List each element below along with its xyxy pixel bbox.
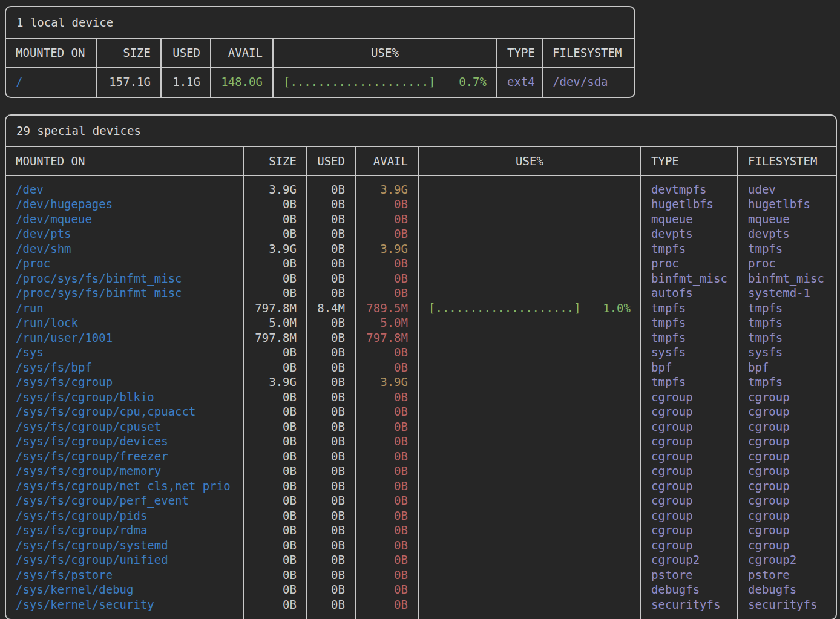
size-cell: 0B — [243, 286, 306, 301]
type-cell: tmpfs — [640, 375, 737, 390]
header-used: USED — [306, 147, 355, 175]
mounted-on-cell: /dev/shm — [6, 241, 243, 257]
device-row: /proc0B0B0Bprocproc — [6, 256, 836, 271]
mounted-on-cell: /sys/fs/cgroup/memory — [6, 463, 243, 479]
header-used: USED — [160, 39, 210, 67]
type-cell: debugfs — [640, 582, 737, 597]
mounted-on-cell: /dev/pts — [6, 226, 243, 241]
special-devices-header-row: MOUNTED ON SIZE USED AVAIL USE% TYPE FIL… — [6, 147, 836, 176]
use-percent-cell — [418, 197, 640, 212]
mounted-on-cell: /sys/fs/cgroup/net_cls,net_prio — [6, 479, 243, 494]
used-cell: 1.1G — [160, 68, 210, 97]
use-percent-cell — [418, 582, 640, 597]
filesystem-cell: binfmt_misc — [737, 271, 833, 286]
mounted-on-cell: / — [6, 68, 96, 97]
filesystem-cell: cgroup — [737, 434, 833, 449]
mounted-on-cell: /run/lock — [6, 315, 243, 330]
type-cell: cgroup — [640, 463, 737, 479]
size-cell: 797.8M — [243, 330, 306, 346]
type-cell: sysfs — [640, 345, 737, 360]
avail-cell: 0B — [355, 523, 418, 538]
avail-cell: 0B — [355, 197, 418, 212]
mounted-on-cell: /sys/fs/cgroup/cpuset — [6, 419, 243, 434]
use-percent-cell — [418, 597, 640, 619]
type-cell: cgroup2 — [640, 552, 737, 568]
mounted-on-cell: /sys/fs/cgroup/blkio — [6, 390, 243, 405]
size-cell: 0B — [243, 582, 306, 597]
header-use-pct: USE% — [418, 147, 640, 175]
use-percent-cell: [....................]1.0% — [418, 301, 640, 316]
used-cell: 0B — [306, 271, 355, 286]
avail-cell: 5.0M — [355, 315, 418, 330]
type-cell: cgroup — [640, 449, 737, 464]
device-row: /sys/fs/cgroup/memory0B0B0Bcgroupcgroup — [6, 463, 836, 479]
used-cell: 0B — [306, 508, 355, 523]
mounted-on-cell: /dev — [6, 176, 243, 197]
avail-cell: 3.9G — [355, 375, 418, 390]
device-row: /sys0B0B0Bsysfssysfs — [6, 345, 836, 360]
use-percent-cell — [418, 538, 640, 553]
use-percent-cell — [418, 508, 640, 523]
device-row: /run797.8M8.4M789.5M[...................… — [6, 301, 836, 316]
mounted-on-cell: /sys/fs/cgroup/cpu,cpuacct — [6, 404, 243, 419]
used-cell: 0B — [306, 463, 355, 479]
mounted-on-cell: /dev/hugepages — [6, 197, 243, 212]
device-row: /proc/sys/fs/binfmt_misc0B0B0Bautofssyst… — [6, 286, 836, 301]
size-cell: 3.9G — [243, 176, 306, 197]
filesystem-cell: mqueue — [737, 212, 833, 227]
use-percent-cell — [418, 523, 640, 538]
use-percent-cell — [418, 552, 640, 568]
device-row: /sys/kernel/security0B0B0Bsecurityfssecu… — [6, 597, 836, 619]
size-cell: 0B — [243, 449, 306, 464]
used-cell: 0B — [306, 197, 355, 212]
size-cell: 0B — [243, 434, 306, 449]
header-filesystem: FILESYSTEM — [542, 39, 632, 67]
local-devices-table-title: 1 local device — [6, 7, 634, 39]
use-percent-cell — [418, 463, 640, 479]
use-percent-cell — [418, 315, 640, 330]
filesystem-cell: hugetlbfs — [737, 197, 833, 212]
use-percent-cell — [418, 212, 640, 227]
device-row: /sys/fs/cgroup3.9G0B3.9Gtmpfstmpfs — [6, 375, 836, 390]
device-row: /proc/sys/fs/binfmt_misc0B0B0Bbinfmt_mis… — [6, 271, 836, 286]
size-cell: 0B — [243, 538, 306, 553]
avail-cell: 0B — [355, 226, 418, 241]
mounted-on-cell: /sys/fs/bpf — [6, 360, 243, 375]
device-row: /sys/fs/cgroup/blkio0B0B0Bcgroupcgroup — [6, 390, 836, 405]
avail-cell: 0B — [355, 479, 418, 494]
device-row: /dev/shm3.9G0B3.9Gtmpfstmpfs — [6, 241, 836, 257]
used-cell: 0B — [306, 375, 355, 390]
use-percent-cell: [....................]0.7% — [272, 68, 496, 97]
used-cell: 0B — [306, 419, 355, 434]
avail-cell: 0B — [355, 345, 418, 360]
header-mounted-on: MOUNTED ON — [6, 147, 243, 175]
mounted-on-cell: /dev/mqueue — [6, 212, 243, 227]
size-cell: 0B — [243, 493, 306, 508]
size-cell: 0B — [243, 226, 306, 241]
usage-bar: [....................] — [428, 301, 581, 316]
avail-cell: 789.5M — [355, 301, 418, 316]
avail-cell: 0B — [355, 463, 418, 479]
type-cell: binfmt_misc — [640, 271, 737, 286]
size-cell: 157.1G — [96, 68, 160, 97]
filesystem-cell: pstore — [737, 568, 833, 583]
filesystem-cell: cgroup — [737, 390, 833, 405]
local-devices-table: 1 local device MOUNTED ON SIZE USED AVAI… — [5, 6, 635, 98]
mounted-on-cell: /sys/kernel/debug — [6, 582, 243, 597]
avail-cell: 3.9G — [355, 241, 418, 257]
mounted-on-cell: /sys — [6, 345, 243, 360]
size-cell: 0B — [243, 404, 306, 419]
size-cell: 0B — [243, 212, 306, 227]
use-percent-cell — [418, 256, 640, 271]
device-row: /sys/kernel/debug0B0B0Bdebugfsdebugfs — [6, 582, 836, 597]
header-avail: AVAIL — [355, 147, 418, 175]
header-size: SIZE — [96, 39, 160, 67]
size-cell: 5.0M — [243, 315, 306, 330]
use-percent-cell — [418, 493, 640, 508]
terminal-screen: 1 local device MOUNTED ON SIZE USED AVAI… — [0, 0, 840, 619]
size-cell: 0B — [243, 523, 306, 538]
header-use-pct: USE% — [272, 39, 496, 67]
filesystem-cell: debugfs — [737, 582, 833, 597]
filesystem-cell: cgroup — [737, 508, 833, 523]
used-cell: 0B — [306, 212, 355, 227]
